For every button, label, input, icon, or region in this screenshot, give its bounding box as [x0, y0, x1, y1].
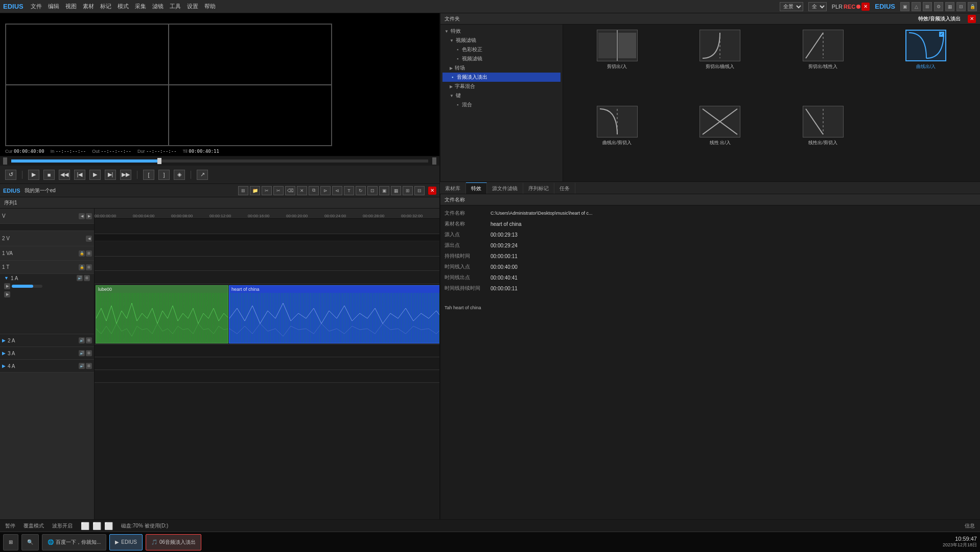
- clip-green[interactable]: lube00: [96, 285, 228, 343]
- tool-7[interactable]: ⧉: [309, 186, 319, 195]
- taskbar-audio[interactable]: 🎵 06音频淡入淡出: [146, 534, 201, 550]
- tool-6[interactable]: ✕: [297, 186, 307, 195]
- tab-seq-mark[interactable]: 序列标记: [523, 182, 554, 194]
- btn-clip[interactable]: ◈: [174, 170, 185, 180]
- menu-edit[interactable]: 编辑: [48, 3, 59, 10]
- track-icon-1A-play[interactable]: ▶: [4, 283, 10, 289]
- tree-item-特效[interactable]: ▼ 特效: [442, 27, 561, 36]
- close-button[interactable]: ✕: [861, 3, 870, 11]
- menu-mode[interactable]: 模式: [118, 3, 129, 10]
- taskbar-search[interactable]: 🔍: [21, 534, 39, 550]
- icon-grid2[interactable]: ▦: [945, 2, 954, 11]
- tree-item-色彩校正[interactable]: ▪ 色彩校正: [442, 45, 561, 54]
- tree-item-视频滤镜2[interactable]: ▪ 视频滤镜: [442, 54, 561, 63]
- tab-effects[interactable]: 特效: [466, 182, 487, 194]
- menu-file[interactable]: 文件: [31, 3, 42, 10]
- track-icon-3A-mute[interactable]: 🔊: [79, 350, 85, 356]
- view-select[interactable]: 全景: [780, 2, 803, 11]
- tool-16[interactable]: ⊟: [414, 186, 425, 195]
- tool-5[interactable]: ⌫: [285, 186, 295, 195]
- track-icon-2A-mute[interactable]: 🔊: [79, 337, 85, 343]
- btn-play[interactable]: ▶: [28, 170, 39, 180]
- trans-linear-cut[interactable]: 线性出/剪切入: [774, 106, 872, 177]
- menu-tools[interactable]: 工具: [170, 3, 181, 10]
- btn-ff[interactable]: ▶▶: [120, 170, 131, 180]
- status-icon-1[interactable]: ⬜: [81, 522, 89, 530]
- progress-left-btn[interactable]: [3, 157, 7, 165]
- trans-curve-active[interactable]: ✓ 曲线出/入: [877, 30, 975, 101]
- btn-stop[interactable]: ■: [43, 170, 55, 180]
- tree-item-混合[interactable]: ▪ 混合: [442, 100, 561, 109]
- trans-linear-out[interactable]: 线性 出/入: [671, 106, 769, 177]
- track-icon-V-1[interactable]: ◀: [79, 213, 85, 219]
- volume-slider[interactable]: [12, 285, 42, 288]
- track-icon-3A-mix[interactable]: ⊞: [86, 350, 92, 356]
- track-icon-2A-mix[interactable]: ⊞: [86, 337, 92, 343]
- track-icon-1VA-lock[interactable]: 🔒: [79, 250, 85, 257]
- icon-lock[interactable]: 🔒: [968, 2, 977, 11]
- tool-10[interactable]: T: [344, 186, 354, 195]
- icon-grid1[interactable]: ⊞: [923, 2, 932, 11]
- btn-rw[interactable]: ◀◀: [59, 170, 70, 180]
- track-icon-V-2[interactable]: ▶: [86, 213, 92, 219]
- progress-track[interactable]: [11, 159, 428, 163]
- track-icon-1A-mute[interactable]: 🔊: [77, 275, 83, 281]
- trans-curve-in[interactable]: 剪切出/曲线入: [671, 30, 769, 101]
- menu-settings[interactable]: 设置: [187, 3, 198, 10]
- icon-grid3[interactable]: ⊟: [956, 2, 966, 11]
- editor-close[interactable]: ✕: [428, 187, 436, 195]
- icon-triangle[interactable]: △: [912, 2, 921, 11]
- taskbar-browser[interactable]: 🌐 百度一下，你就知...: [42, 534, 106, 550]
- tab-source-filter[interactable]: 源文件滤镜: [487, 182, 523, 194]
- tool-2[interactable]: 📁: [250, 186, 260, 195]
- tree-item-转场[interactable]: ▶ 转场: [442, 63, 561, 73]
- taskbar-edius[interactable]: ▶ EDIUS: [109, 534, 143, 550]
- tool-3[interactable]: ✂: [262, 186, 272, 195]
- track-icon-4A-mute[interactable]: 🔊: [79, 363, 85, 369]
- tool-15[interactable]: ⊞: [403, 186, 413, 195]
- progress-handle[interactable]: [157, 158, 161, 164]
- rec-label[interactable]: REC: [844, 4, 855, 10]
- trans-linear-in[interactable]: 剪切出/线性入: [774, 30, 872, 101]
- menu-filter[interactable]: 滤镜: [152, 3, 164, 10]
- track-icon-1A-mix[interactable]: ⊞: [84, 275, 90, 281]
- icon-monitor[interactable]: ▣: [900, 2, 909, 11]
- btn-prev[interactable]: |◀: [74, 170, 85, 180]
- channel-select[interactable]: 全: [808, 2, 827, 11]
- tab-library[interactable]: 素材库: [440, 182, 466, 194]
- menu-help[interactable]: 帮助: [204, 3, 216, 10]
- tab-task[interactable]: 任务: [554, 182, 575, 194]
- status-icon-3[interactable]: ⬜: [104, 522, 113, 530]
- track-icon-1T-lock[interactable]: 🔒: [79, 264, 85, 270]
- menu-capture[interactable]: 采集: [135, 3, 146, 10]
- btn-export[interactable]: ↗: [197, 170, 208, 180]
- tool-1[interactable]: ⊞: [238, 186, 248, 195]
- tree-item-音频淡入淡出[interactable]: ▪ 音频淡入淡出: [442, 73, 561, 82]
- effects-close[interactable]: ✕: [968, 15, 976, 23]
- track-icon-1VA-mix[interactable]: ⊞: [86, 250, 92, 257]
- track-icon-4A-mix[interactable]: ⊞: [86, 363, 92, 369]
- tool-13[interactable]: ▣: [379, 186, 389, 195]
- btn-play2[interactable]: ▶: [89, 170, 101, 180]
- tool-8[interactable]: ⊳: [320, 186, 331, 195]
- tool-4[interactable]: ✂: [273, 186, 284, 195]
- trans-cut[interactable]: 剪切出/入: [568, 30, 666, 101]
- menu-view[interactable]: 视图: [65, 3, 77, 10]
- btn-loop[interactable]: ↺: [5, 170, 16, 180]
- clip-blue[interactable]: heart of china: [229, 285, 439, 343]
- status-icon-2[interactable]: ⬜: [92, 522, 101, 530]
- tool-11[interactable]: ↻: [356, 186, 366, 195]
- track-icon-1T-mix[interactable]: ⊞: [86, 264, 92, 270]
- btn-out[interactable]: ]: [158, 170, 170, 180]
- tree-item-视频滤镜[interactable]: ▼ 视频滤镜: [442, 36, 561, 45]
- trans-curve-out[interactable]: 曲线出/剪切入: [568, 106, 666, 177]
- tree-item-键[interactable]: ▼ 键: [442, 91, 561, 100]
- btn-next[interactable]: ▶|: [105, 170, 116, 180]
- tool-12[interactable]: ⊡: [367, 186, 378, 195]
- menu-mark[interactable]: 标记: [100, 3, 111, 10]
- btn-in[interactable]: [: [143, 170, 154, 180]
- icon-settings2[interactable]: ⚙: [934, 2, 943, 11]
- track-icon-2V-1[interactable]: ◀: [86, 236, 92, 242]
- menu-material[interactable]: 素材: [83, 3, 94, 10]
- tool-14[interactable]: ▦: [391, 186, 401, 195]
